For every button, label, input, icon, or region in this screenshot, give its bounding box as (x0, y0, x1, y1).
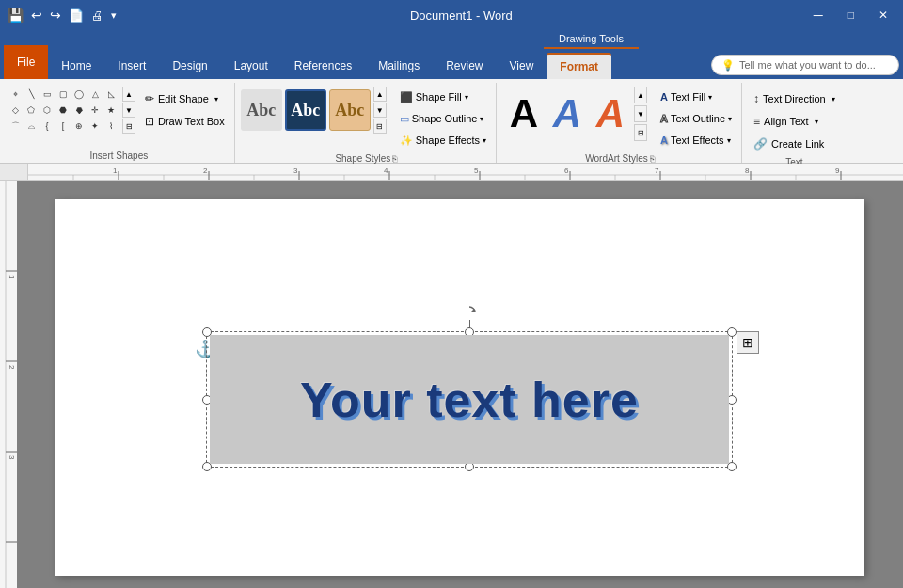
title-bar: 💾 ↩ ↪ 📄 🖨 ▾ Document1 - Word ─ □ ✕ (0, 0, 903, 30)
wordart-scroll: ▲ ▼ ⊟ (634, 87, 647, 141)
print-preview-icon[interactable]: 🖨 (91, 8, 103, 23)
svg-text:3: 3 (293, 167, 298, 175)
shapes-scroll-all[interactable]: ⊟ (122, 119, 135, 134)
vertical-ruler: 1 2 3 (0, 181, 17, 588)
create-link-button[interactable]: 🔗 Create Link (748, 134, 841, 154)
edit-shape-arrow-icon: ▾ (214, 95, 218, 103)
wordart-style-black[interactable]: A (502, 87, 546, 141)
shape-misc-icon[interactable]: ⊕ (71, 119, 87, 134)
shape-diamond-icon[interactable]: ◇ (8, 103, 23, 118)
shape-octagon-icon[interactable]: ⯂ (71, 103, 87, 118)
text-effects-label: Text Effects (671, 135, 724, 146)
shape-circle-icon[interactable]: ◯ (71, 87, 87, 102)
document-title: Document1 - Word (117, 8, 806, 23)
text-outline-button[interactable]: A Text Outline ▾ (655, 108, 737, 129)
text-direction-button[interactable]: ↕ Text Direction ▾ (748, 88, 841, 109)
shapes-scroll-up[interactable]: ▲ (122, 87, 135, 102)
align-text-button[interactable]: ≡ Align Text ▾ (748, 111, 841, 132)
group-shape-styles: Abc Abc Abc ▲ ▼ ⊟ ⬛ Shape Fill ▾ (237, 83, 497, 163)
wordart-items: A A A ▲ ▼ ⊟ (502, 87, 647, 141)
redo-icon[interactable]: ↪ (50, 8, 61, 23)
styles-scroll-all[interactable]: ⊟ (373, 119, 387, 134)
svg-text:7: 7 (655, 167, 659, 175)
tab-review[interactable]: Review (433, 53, 496, 79)
tab-file[interactable]: File (4, 45, 48, 79)
minimize-icon[interactable]: ─ (806, 6, 831, 24)
text-fill-arrow-icon: ▾ (708, 93, 712, 102)
shape-arc2-icon[interactable]: ⌓ (24, 119, 39, 134)
shape-outline-button[interactable]: ▭ Shape Outline ▾ (394, 108, 492, 129)
window-controls: ─ □ ✕ (806, 6, 895, 24)
paint-bucket-icon: ⬛ (400, 91, 413, 103)
close-icon[interactable]: ✕ (871, 7, 895, 24)
shape-cross-icon[interactable]: ✛ (87, 103, 103, 118)
wordart-style-orange[interactable]: A (589, 87, 632, 141)
shape-heptagon-icon[interactable]: ⬣ (55, 103, 71, 118)
shape-fill-button[interactable]: ⬛ Shape Fill ▾ (394, 87, 492, 107)
text-effects-button[interactable]: A Text Effects ▾ (655, 130, 737, 151)
tab-format[interactable]: Format (547, 53, 611, 79)
edit-shape-button[interactable]: ✏ Edit Shape ▾ (139, 88, 230, 109)
shape-hexagon-icon[interactable]: ⬡ (40, 103, 55, 118)
shape-sun-icon[interactable]: ✦ (87, 119, 103, 134)
shapes-scroll-down[interactable]: ▼ (122, 103, 135, 118)
wordart-scroll-down[interactable]: ▼ (634, 105, 647, 122)
file-new-icon[interactable]: 📄 (69, 8, 84, 23)
wordart-scroll-up[interactable]: ▲ (634, 87, 647, 103)
tab-design[interactable]: Design (159, 53, 220, 79)
tab-view[interactable]: View (497, 53, 547, 79)
svg-rect-0 (28, 164, 903, 181)
text-content: ↕ Text Direction ▾ ≡ Align Text ▾ 🔗 Crea… (748, 85, 841, 156)
ruler-container: 1 2 3 4 5 6 7 8 9 (0, 164, 903, 181)
styles-scroll-down[interactable]: ▼ (373, 103, 387, 118)
textbox-container[interactable]: Your text here (206, 331, 733, 468)
shape-effects-button[interactable]: ✨ Shape Effects ▾ (394, 130, 492, 151)
wordart-scroll-all[interactable]: ⊟ (634, 124, 647, 141)
tab-mailings[interactable]: Mailings (365, 53, 433, 79)
shape-style-2[interactable]: Abc (285, 89, 326, 131)
shape-triangle-icon[interactable]: △ (87, 87, 103, 102)
tell-me-container: 💡 Tell me what you want to do... (711, 55, 899, 79)
textbox-text[interactable]: Your text here (300, 372, 639, 428)
shape-line-icon[interactable]: ╲ (24, 87, 39, 102)
tab-home[interactable]: Home (48, 53, 104, 79)
shape-curly-icon[interactable]: { (40, 119, 55, 134)
wordart-style-blue[interactable]: A (546, 87, 589, 141)
shape-effects-label: Shape Effects (416, 135, 480, 146)
shape-style-3[interactable]: Abc (329, 89, 371, 131)
shape-cursor-icon[interactable]: ⌖ (8, 87, 23, 102)
shape-star-icon[interactable]: ★ (103, 103, 119, 118)
shape-rtriangle-icon[interactable]: ◺ (103, 87, 119, 102)
svg-text:3: 3 (8, 455, 16, 460)
draw-text-box-button[interactable]: ⊡ Draw Text Box (139, 111, 230, 132)
document-area: 1 2 3 ⚓ (0, 181, 903, 588)
tab-layout[interactable]: Layout (221, 53, 281, 79)
shape-styles-expand-icon[interactable]: ⎘ (392, 154, 397, 164)
styles-scroll-up[interactable]: ▲ (373, 87, 387, 102)
group-text: ↕ Text Direction ▾ ≡ Align Text ▾ 🔗 Crea… (744, 83, 845, 163)
insert-shapes-content: ⌖ ╲ ▭ ▢ ◯ △ ◺ ◇ ⬠ ⬡ ⬣ ⯂ ✛ ★ ⌒ (8, 85, 230, 150)
shape-arc-icon[interactable]: ⌒ (8, 119, 23, 134)
tab-insert[interactable]: Insert (104, 53, 159, 79)
text-fill-button[interactable]: A Text Fill ▾ (655, 87, 737, 107)
shape-outline-label: Shape Outline (412, 113, 478, 124)
maximize-icon[interactable]: □ (840, 7, 862, 24)
shape-wave-icon[interactable]: ⌇ (103, 119, 119, 134)
textbox-inner[interactable]: Your text here (210, 335, 729, 464)
wordart-styles-expand-icon[interactable]: ⎘ (650, 154, 655, 164)
layout-options-icon[interactable]: ⊞ (737, 331, 759, 354)
wordart-btns: A Text Fill ▾ A Text Outline ▾ A Text Ef… (651, 87, 737, 151)
undo-icon[interactable]: ↩ (31, 8, 42, 23)
shape-pentagon-icon[interactable]: ⬠ (24, 103, 39, 118)
rotate-handle-icon[interactable] (462, 305, 477, 320)
shape-rounded-rect-icon[interactable]: ▢ (55, 87, 71, 102)
shape-style-1[interactable]: Abc (241, 89, 282, 131)
shape-rect-icon[interactable]: ▭ (40, 87, 55, 102)
ribbon-tabs-container: Drawing Tools File Home Insert Design La… (0, 30, 903, 79)
text-direction-arrow-icon: ▾ (832, 95, 835, 103)
tab-references[interactable]: References (281, 53, 365, 79)
save-icon[interactable]: 💾 (8, 8, 24, 23)
shape-bracket-icon[interactable]: [ (55, 119, 71, 134)
shapes-grid: ⌖ ╲ ▭ ▢ ◯ △ ◺ ◇ ⬠ ⬡ ⬣ ⯂ ✛ ★ ⌒ (8, 87, 119, 134)
tell-me-input[interactable]: 💡 Tell me what you want to do... (711, 55, 899, 75)
